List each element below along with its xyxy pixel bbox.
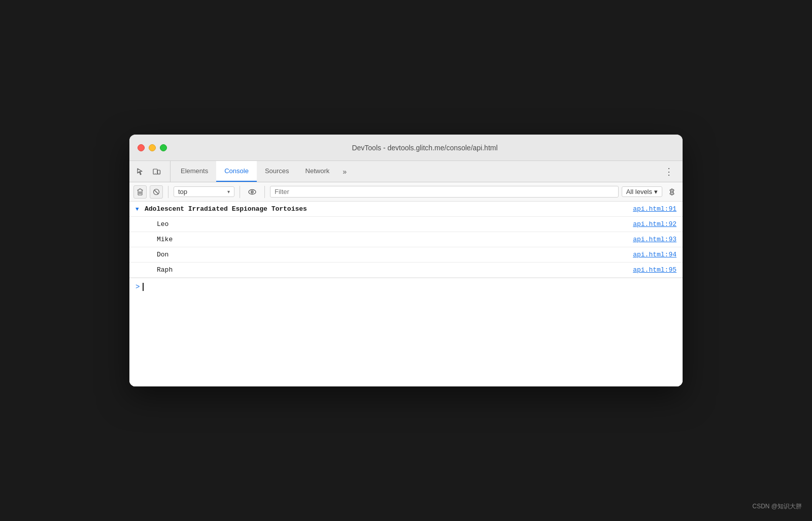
maximize-button[interactable] — [160, 144, 167, 151]
traffic-lights — [138, 144, 167, 151]
log-text-raph: Raph — [157, 266, 633, 274]
log-row-raph: Raph api.html:95 — [129, 263, 683, 278]
tab-console[interactable]: Console — [216, 161, 257, 182]
log-row-don: Don api.html:94 — [129, 247, 683, 263]
levels-arrow-icon: ▾ — [654, 188, 658, 196]
tabs: Elements Console Sources Network » — [173, 161, 659, 182]
log-text-don: Don — [157, 251, 633, 258]
devtools-panel: Elements Console Sources Network » ⋮ — [129, 161, 683, 386]
window-title: DevTools - devtools.glitch.me/console/ap… — [175, 144, 674, 152]
tab-elements[interactable]: Elements — [173, 161, 216, 182]
watermark: CSDN @知识大胖 — [752, 502, 802, 511]
log-text-leo: Leo — [157, 220, 633, 228]
console-empty-space[interactable] — [129, 295, 683, 386]
log-row-mike: Mike api.html:93 — [129, 232, 683, 247]
levels-label: All levels — [626, 188, 652, 196]
context-arrow-icon: ▾ — [227, 189, 230, 194]
tab-network[interactable]: Network — [297, 161, 338, 182]
toolbar-divider — [168, 186, 168, 198]
tab-sources[interactable]: Sources — [257, 161, 297, 182]
toolbar-icons — [133, 161, 171, 182]
svg-point-2 — [155, 173, 155, 173]
close-button[interactable] — [138, 144, 145, 151]
svg-point-12 — [252, 191, 253, 192]
live-expressions-button[interactable] — [245, 185, 259, 199]
log-group-header[interactable]: ▼ Adolescent Irradiated Espionage Tortoi… — [129, 202, 683, 217]
toolbar-divider-2 — [240, 186, 240, 198]
console-cursor — [143, 283, 144, 291]
toolbar-divider-3 — [264, 186, 265, 198]
more-options-button[interactable]: ⋮ — [659, 161, 679, 182]
device-toolbar-button[interactable] — [150, 165, 164, 179]
log-text-mike: Mike — [157, 236, 633, 243]
browser-window: DevTools - devtools.glitch.me/console/ap… — [129, 135, 683, 386]
console-input-row[interactable]: > — [129, 278, 683, 295]
filter-input[interactable] — [270, 186, 619, 198]
context-value: top — [178, 188, 187, 196]
settings-button[interactable] — [665, 185, 679, 199]
log-row-leo: Leo api.html:92 — [129, 217, 683, 232]
context-selector[interactable]: top ▾ — [174, 186, 234, 197]
log-source-mike[interactable]: api.html:93 — [633, 236, 676, 243]
console-prompt-icon: > — [136, 283, 140, 291]
inspect-element-button[interactable] — [133, 165, 148, 179]
tab-bar: Elements Console Sources Network » ⋮ — [129, 161, 683, 182]
svg-point-3 — [158, 173, 159, 173]
block-network-button[interactable] — [150, 185, 163, 199]
log-source-don[interactable]: api.html:94 — [633, 251, 676, 258]
tab-overflow-button[interactable]: » — [337, 161, 352, 182]
svg-line-9 — [154, 190, 158, 194]
expand-arrow-icon[interactable]: ▼ — [136, 206, 142, 212]
clear-console-button[interactable] — [133, 185, 147, 199]
group-label: Adolescent Irradiated Espionage Tortoise… — [145, 205, 633, 213]
console-toolbar: top ▾ All levels ▾ — [129, 182, 683, 202]
log-levels-selector[interactable]: All levels ▾ — [622, 186, 662, 197]
group-source-link[interactable]: api.html:91 — [633, 205, 676, 213]
more-icon: ⋮ — [664, 166, 673, 177]
console-output: ▼ Adolescent Irradiated Espionage Tortoi… — [129, 202, 683, 386]
minimize-button[interactable] — [149, 144, 156, 151]
title-bar: DevTools - devtools.glitch.me/console/ap… — [129, 135, 683, 161]
log-source-raph[interactable]: api.html:95 — [633, 266, 676, 274]
svg-point-13 — [671, 190, 673, 192]
log-source-leo[interactable]: api.html:92 — [633, 220, 676, 228]
